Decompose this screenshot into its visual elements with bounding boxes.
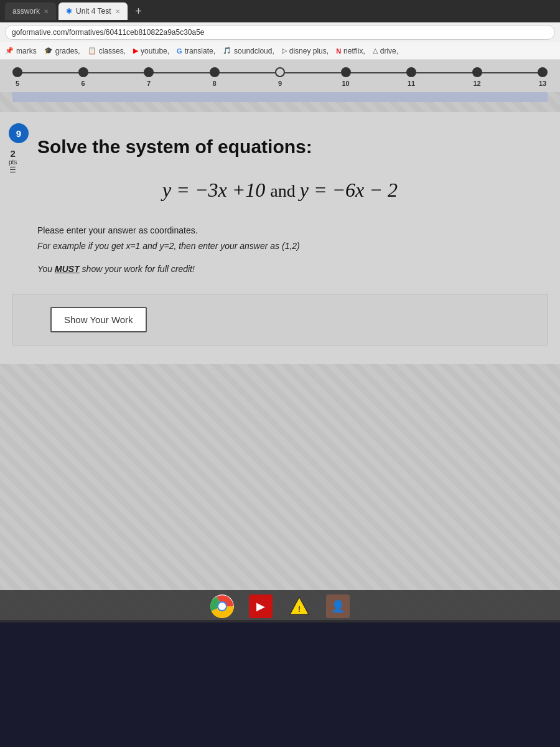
arrow-taskbar-icon[interactable]: ▶ — [249, 594, 273, 618]
arrow-icon: ▶ — [256, 599, 265, 613]
tab-asswork-close[interactable]: ✕ — [44, 8, 49, 15]
page-content: 5 6 7 8 9 — [0, 60, 560, 620]
tab-unit4-close[interactable]: ✕ — [115, 8, 120, 15]
chrome-icon-svg — [210, 594, 234, 618]
bookmark-marks[interactable]: 📌 marks — [5, 47, 37, 55]
step-5[interactable]: 5 — [12, 67, 22, 87]
question-title: Solve the system of equations: — [37, 136, 312, 157]
bookmark-drive-label: drive, — [380, 47, 398, 55]
question-number-badge: 9 — [9, 123, 29, 143]
bookmark-soundcloud-label: soundcloud, — [234, 47, 274, 55]
step-5-dot — [12, 67, 22, 77]
address-bar[interactable]: goformative.com/formatives/60411ceb81082… — [5, 25, 555, 40]
step-10-label: 10 — [342, 80, 349, 87]
step-8[interactable]: 8 — [210, 67, 220, 87]
show-work-button[interactable]: Show Your Work — [50, 307, 147, 332]
bookmark-disney[interactable]: ▷ disney plus, — [282, 47, 329, 55]
step-9-label: 9 — [278, 80, 282, 87]
step-13[interactable]: 13 — [538, 67, 548, 87]
step-7-label: 7 — [147, 80, 151, 87]
svg-text:!: ! — [298, 605, 301, 614]
drive-icon: △ — [373, 47, 378, 55]
bookmark-classes[interactable]: 📋 classes, — [88, 47, 126, 55]
equation-part2: y = −6x − 2 — [300, 179, 398, 201]
step-11-dot — [406, 67, 416, 77]
step-5-label: 5 — [16, 80, 19, 87]
grades-icon: 🎓 — [44, 47, 53, 55]
points-num: 2 — [11, 148, 16, 159]
disney-icon: ▷ — [282, 47, 287, 55]
step-7[interactable]: 7 — [144, 67, 154, 87]
translate-icon: G — [177, 47, 182, 55]
classes-icon: 📋 — [88, 47, 96, 55]
person-icon: 👤 — [331, 599, 345, 613]
svg-point-2 — [218, 603, 226, 610]
tab-unit4[interactable]: ✱ Unit 4 Test ✕ — [58, 2, 127, 20]
person-taskbar-icon[interactable]: 👤 — [326, 594, 350, 618]
tab-asswork[interactable]: asswork ✕ — [5, 2, 56, 20]
progress-bar — [12, 92, 548, 102]
step-12-dot — [472, 67, 482, 77]
question-area: 9 2 pts ☰ Solve the system of equations:… — [0, 112, 560, 364]
step-6[interactable]: 6 — [78, 67, 88, 87]
step-10-dot — [341, 67, 351, 77]
triangle-taskbar-icon[interactable]: ! — [287, 594, 311, 618]
steps-row: 5 6 7 8 9 — [12, 67, 548, 87]
instruction-3: You MUST show your work for full credit! — [37, 261, 523, 277]
step-7-dot — [144, 67, 154, 77]
step-9[interactable]: 9 — [275, 67, 285, 87]
bookmark-soundcloud[interactable]: 🎵 soundcloud, — [223, 47, 274, 55]
bookmark-classes-label: classes, — [99, 47, 126, 55]
points-indicator: 2 pts ☰ — [9, 148, 17, 174]
address-bar-row: goformative.com/formatives/60411ceb81082… — [0, 22, 560, 42]
step-13-dot — [538, 67, 548, 77]
bookmarks-bar: 📌 marks 🎓 grades, 📋 classes, ▶ youtube, … — [0, 42, 560, 60]
step-12[interactable]: 12 — [472, 67, 482, 87]
tab-asswork-label: asswork — [12, 7, 40, 16]
instruction-3-prefix: You — [37, 264, 55, 274]
step-6-label: 6 — [81, 80, 85, 87]
bookmark-disney-label: disney plus, — [289, 47, 329, 55]
soundcloud-icon: 🎵 — [223, 47, 231, 55]
bookmark-netflix[interactable]: N netflix, — [336, 47, 365, 55]
bookmark-grades[interactable]: 🎓 grades, — [44, 47, 80, 55]
step-12-label: 12 — [473, 80, 480, 87]
equation-and: and — [270, 181, 299, 200]
step-6-dot — [78, 67, 88, 77]
url-text: goformative.com/formatives/60411ceb81082… — [12, 28, 205, 37]
equation-part1: y = −3x +10 — [162, 179, 265, 201]
tab-bar: asswork ✕ ✱ Unit 4 Test ✕ + — [0, 0, 560, 22]
instruction-3-suffix: show your work for full credit! — [80, 264, 195, 274]
must-text: MUST — [55, 264, 80, 274]
browser-window: asswork ✕ ✱ Unit 4 Test ✕ + goformative.… — [0, 0, 560, 620]
points-label: pts — [9, 159, 17, 166]
netflix-icon: N — [336, 47, 341, 55]
marks-icon: 📌 — [5, 47, 14, 55]
equation-display: y = −3x +10 and y = −6x − 2 — [0, 164, 560, 217]
tab-unit4-label: Unit 4 Test — [76, 7, 111, 16]
chrome-taskbar-icon[interactable] — [210, 594, 234, 618]
taskbar: ▶ ! 👤 — [0, 590, 560, 622]
step-13-label: 13 — [539, 80, 546, 87]
step-9-dot — [275, 67, 285, 77]
bookmark-grades-label: grades, — [55, 47, 80, 55]
bookmark-netflix-label: netflix, — [343, 47, 365, 55]
instructions-area: Please enter your answer as coordinates.… — [0, 217, 560, 284]
step-10[interactable]: 10 — [341, 67, 351, 87]
bookmark-youtube[interactable]: ▶ youtube, — [133, 47, 169, 55]
step-11[interactable]: 11 — [406, 67, 416, 87]
triangle-icon-svg: ! — [289, 596, 310, 617]
bookmark-youtube-label: youtube, — [141, 47, 169, 55]
progress-area: 5 6 7 8 9 — [0, 60, 560, 92]
tab-unit4-favicon: ✱ — [66, 7, 72, 16]
points-icon: ☰ — [9, 166, 16, 174]
show-work-area: Show Your Work — [12, 294, 548, 345]
bookmark-drive[interactable]: △ drive, — [373, 47, 398, 55]
bookmark-marks-label: marks — [16, 47, 37, 55]
instruction-1: Please enter your answer as coordinates. — [37, 223, 523, 238]
step-8-label: 8 — [212, 80, 216, 87]
youtube-icon: ▶ — [133, 47, 138, 55]
bookmark-translate[interactable]: G translate, — [177, 47, 215, 55]
new-tab-button[interactable]: + — [130, 2, 147, 20]
bookmark-translate-label: translate, — [185, 47, 215, 55]
